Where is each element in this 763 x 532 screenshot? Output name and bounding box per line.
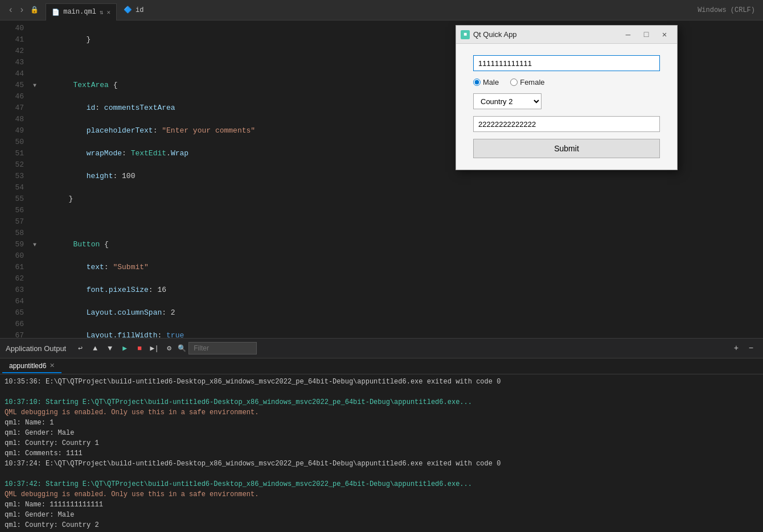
qt-female-label: Female xyxy=(520,78,544,86)
qt-window-title: Qt Quick App xyxy=(473,30,617,39)
tab-close-button[interactable]: ✕ xyxy=(106,9,110,16)
output-up-btn[interactable]: ▲ xyxy=(89,342,101,354)
qt-close-button[interactable]: ✕ xyxy=(657,29,672,40)
output-run-btn[interactable]: ▶ xyxy=(118,342,131,354)
nav-lock: 🔒 xyxy=(28,5,41,15)
app-output-bar: Application Output ↩ ▲ ▼ ▶ ■ ▶| ⚙ 🔍 + − xyxy=(0,338,763,358)
qt-female-radio-label[interactable]: Female xyxy=(510,78,544,86)
output-line: qml: Name: 1111111111111 xyxy=(5,500,758,510)
output-line xyxy=(5,387,758,397)
qt-minimize-button[interactable]: — xyxy=(620,29,636,40)
output-text-area: 10:35:36: E:\QT\QTProject\build-untitled… xyxy=(0,374,763,532)
nav-back[interactable]: ‹ xyxy=(6,4,16,17)
output-line: 10:37:10: Starting E:\QT\QTProject\build… xyxy=(5,397,758,407)
output-line: qml: Country: Country 1 xyxy=(5,438,758,448)
qt-male-radio[interactable] xyxy=(473,79,481,86)
qt-male-label: Male xyxy=(483,78,499,86)
line-numbers: 40 41 42 43 44 45 46 47 48 49 50 51 52 5… xyxy=(0,20,28,338)
output-wrap-btn[interactable]: ↩ xyxy=(74,342,87,354)
qt-app-icon: ■ xyxy=(461,30,470,39)
nav-fwd[interactable]: › xyxy=(17,4,27,17)
output-tab-row: appuntitled6 ✕ xyxy=(0,358,763,374)
output-settings-btn[interactable]: ⚙ xyxy=(163,342,175,354)
output-line: qml: Gender: Male xyxy=(5,428,758,438)
output-line: 10:37:24: E:\QT\QTProject\build-untitled… xyxy=(5,459,758,469)
qt-gender-group: Male Female xyxy=(473,78,660,86)
tab-filename: main.qml xyxy=(63,8,96,16)
qt-comments-input[interactable] xyxy=(473,116,660,132)
app-output-title: Application Output xyxy=(6,344,66,353)
output-stop-btn[interactable]: ■ xyxy=(133,342,146,354)
tab-sort-icon: ⇅ xyxy=(100,9,104,16)
output-line: QML debugging is enabled. Only use this … xyxy=(5,407,758,418)
tab-main-qml[interactable]: 📄 main.qml ⇅ ✕ xyxy=(46,3,117,20)
output-filter-input[interactable] xyxy=(188,342,257,354)
output-toolbar: ↩ ▲ ▼ ▶ ■ ▶| ⚙ 🔍 xyxy=(74,342,257,354)
output-tab-name: appuntitled6 xyxy=(9,362,46,370)
output-down-btn[interactable]: ▼ xyxy=(104,342,116,354)
qt-maximize-button[interactable]: □ xyxy=(638,29,654,40)
output-tab-appuntitled6[interactable]: appuntitled6 ✕ xyxy=(2,360,61,373)
output-line xyxy=(5,469,758,479)
qt-submit-button[interactable]: Submit xyxy=(473,139,660,158)
qt-male-radio-label[interactable]: Male xyxy=(473,78,499,86)
file-icon: 📄 xyxy=(52,9,60,16)
tab-id-label: id xyxy=(136,6,143,14)
output-add-tab-btn[interactable]: + xyxy=(730,342,743,354)
output-filter-group: 🔍 xyxy=(178,342,257,354)
output-plus-minus: + − xyxy=(730,342,757,354)
qt-female-radio[interactable] xyxy=(510,79,518,86)
output-remove-tab-btn[interactable]: − xyxy=(745,342,757,354)
output-rerun-btn[interactable]: ▶| xyxy=(148,342,161,354)
nav-controls: ‹ › 🔒 xyxy=(2,4,44,17)
output-tab-close-icon[interactable]: ✕ xyxy=(50,362,55,369)
output-line: qml: Country: Country 2 xyxy=(5,520,758,530)
filter-icon: 🔍 xyxy=(178,344,186,353)
output-line: qml: Gender: Male xyxy=(5,510,758,520)
qt-window: ■ Qt Quick App — □ ✕ Male Female xyxy=(456,25,678,170)
id-icon: 🔷 xyxy=(124,6,132,14)
qt-titlebar: ■ Qt Quick App — □ ✕ xyxy=(456,26,677,44)
output-line: qml: Name: 1 xyxy=(5,418,758,428)
platform-label: Windows (CRLF) xyxy=(698,6,761,14)
tab-bar: ‹ › 🔒 📄 main.qml ⇅ ✕ 🔷 id Windows (CRLF) xyxy=(0,0,763,20)
editor-area: 40 41 42 43 44 45 46 47 48 49 50 51 52 5… xyxy=(0,20,763,338)
qt-name-input[interactable] xyxy=(473,55,660,71)
output-line: 10:37:42: Starting E:\QT\QTProject\build… xyxy=(5,479,758,489)
output-line: 10:35:36: E:\QT\QTProject\build-untitled… xyxy=(5,377,758,387)
qt-form-content: Male Female Country 1 Country 2 Country … xyxy=(456,44,677,170)
output-line: QML debugging is enabled. Only use this … xyxy=(5,489,758,500)
tab-id[interactable]: 🔷 id xyxy=(118,3,149,17)
output-line: qml: Comments: 1111 xyxy=(5,448,758,459)
qt-window-buttons: — □ ✕ xyxy=(620,29,672,40)
qt-country-select[interactable]: Country 1 Country 2 Country 3 xyxy=(473,93,542,109)
